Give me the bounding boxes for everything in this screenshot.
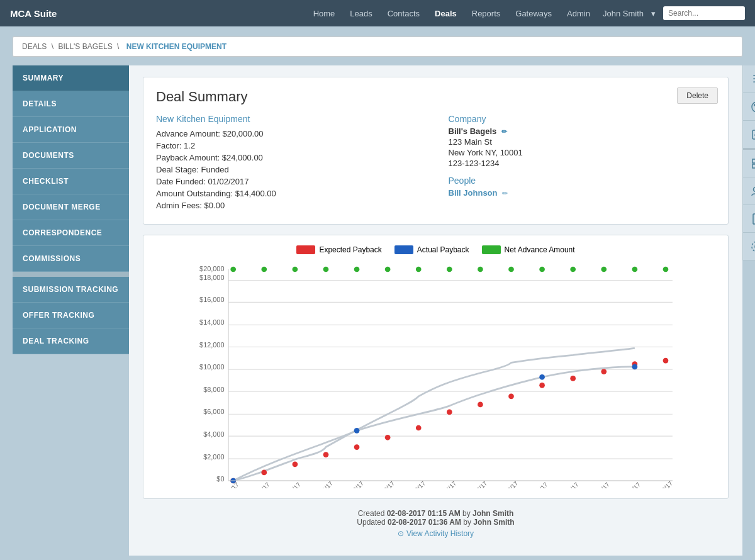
sidebar-item-commissions[interactable]: COMMISSIONS xyxy=(13,246,129,272)
chart-card: Expected Payback Actual Payback Net Adva… xyxy=(143,235,729,499)
company-edit-icon[interactable]: ✏ xyxy=(501,128,507,135)
breadcrumb-bills-bagels[interactable]: BILL'S BAGELS xyxy=(58,42,112,51)
user-dropdown-arrow[interactable]: ▾ xyxy=(651,9,656,18)
svg-point-50 xyxy=(570,267,576,272)
svg-text:1/9/17: 1/9/17 xyxy=(285,481,302,488)
right-icon-list[interactable]: ☰ xyxy=(743,65,755,93)
deal-summary-title: Deal Summary xyxy=(156,89,715,105)
sidebar-item-checklist[interactable]: CHECKLIST xyxy=(13,169,129,194)
chart-svg: $0 $2,000 $4,000 $6,000 $8,000 $10,000 $… xyxy=(156,262,715,488)
svg-point-51 xyxy=(601,267,607,272)
top-navigation: MCA Suite Home Leads Contacts Deals Repo… xyxy=(0,0,755,26)
svg-point-36 xyxy=(354,428,360,434)
breadcrumb-current: NEW KITCHEN EQUIPMENT xyxy=(126,42,226,51)
right-icon-checklist[interactable] xyxy=(743,121,755,148)
created-date: 02-08-2017 01:15 AM xyxy=(387,509,461,518)
search-input[interactable] xyxy=(663,6,745,20)
deal-stage: Deal Stage: Funded xyxy=(156,165,423,174)
admin-fees: Admin Fees: $0.00 xyxy=(156,201,423,210)
right-icon-document[interactable] xyxy=(743,205,755,233)
company-address1: 123 Main St xyxy=(449,137,716,147)
footer-info: Created 02-08-2017 01:15 AM by John Smit… xyxy=(143,509,729,544)
svg-point-25 xyxy=(385,435,391,440)
legend-net-advance: Net Advance Amount xyxy=(482,245,575,254)
svg-point-44 xyxy=(385,267,391,272)
svg-point-38 xyxy=(632,364,638,370)
person-name: Bill Johnson xyxy=(449,188,498,198)
sidebar-item-deal-tracking[interactable]: DEAL TRACKING xyxy=(13,328,129,354)
created-info: Created 02-08-2017 01:15 AM by John Smit… xyxy=(143,509,729,518)
sidebar-item-documents[interactable]: DOCUMENTS xyxy=(13,143,129,169)
date-funded: Date Funded: 01/02/2017 xyxy=(156,177,423,186)
sidebar-item-application[interactable]: APPLICATION xyxy=(13,117,129,143)
nav-deals[interactable]: Deals xyxy=(435,9,457,18)
nav-leads[interactable]: Leads xyxy=(350,9,372,18)
legend-net-advance-label: Net Advance Amount xyxy=(505,245,575,254)
svg-text:$4,000: $4,000 xyxy=(203,430,224,438)
svg-text:2/7/17: 2/7/17 xyxy=(594,481,611,488)
legend-actual-payback: Actual Payback xyxy=(394,245,469,254)
nav-gateways[interactable]: Gateways xyxy=(515,9,552,18)
company-label-link[interactable]: Company xyxy=(449,114,716,124)
svg-text:2/3/17: 2/3/17 xyxy=(563,481,580,488)
sidebar-item-details[interactable]: DETAILS xyxy=(13,91,129,117)
right-icon-tag[interactable] xyxy=(743,93,755,121)
svg-point-47 xyxy=(478,267,483,272)
summary-right-col: Company Bill's Bagels ✏ 123 Main St New … xyxy=(449,114,716,213)
sidebar-item-correspondence[interactable]: CORRESPONDENCE xyxy=(13,220,129,246)
right-icon-person-add[interactable] xyxy=(743,177,755,205)
updated-date: 02-08-2017 01:36 AM xyxy=(388,518,461,527)
svg-text:2/9/17: 2/9/17 xyxy=(625,481,642,488)
svg-point-26 xyxy=(416,425,422,431)
history-circle-icon: ⊙ xyxy=(398,529,404,538)
svg-text:1/5/17: 1/5/17 xyxy=(254,481,271,488)
svg-text:$6,000: $6,000 xyxy=(203,408,224,415)
main-wrapper: DEALS \ BILL'S BAGELS \ NEW KITCHEN EQUI… xyxy=(0,26,755,560)
sidebar-item-summary[interactable]: SUMMARY xyxy=(13,65,129,91)
delete-button[interactable]: Delete xyxy=(677,87,718,104)
sidebar-item-offer-tracking[interactable]: OFFER TRACKING xyxy=(13,303,129,328)
company-address2: New York NY, 10001 xyxy=(449,148,716,157)
view-history-link[interactable]: ⊙ View Activity History xyxy=(398,529,474,538)
nav-contacts[interactable]: Contacts xyxy=(388,9,420,18)
grid-icon xyxy=(751,157,755,170)
svg-text:$20,000: $20,000 xyxy=(199,265,224,272)
person-add-icon xyxy=(751,185,755,198)
nav-reports[interactable]: Reports xyxy=(472,9,501,18)
factor: Factor: 1.2 xyxy=(156,141,423,150)
svg-point-27 xyxy=(447,410,452,415)
svg-point-28 xyxy=(478,402,483,408)
people-label-link[interactable]: People xyxy=(449,176,716,186)
updated-by: John Smith xyxy=(473,518,514,527)
deal-name-link[interactable]: New Kitchen Equipment xyxy=(156,114,423,124)
chart-container: $0 $2,000 $4,000 $6,000 $8,000 $10,000 $… xyxy=(156,262,715,488)
svg-text:$16,000: $16,000 xyxy=(199,296,224,303)
person-edit-icon[interactable]: ✏ xyxy=(502,189,508,197)
right-icon-settings[interactable] xyxy=(743,233,755,260)
svg-text:$12,000: $12,000 xyxy=(199,341,224,349)
svg-text:$14,000: $14,000 xyxy=(199,318,224,326)
svg-point-37 xyxy=(539,374,545,380)
checklist-icon xyxy=(751,128,755,141)
sidebar-item-document-merge[interactable]: DOCUMENT MERGE xyxy=(13,194,129,220)
svg-text:$2,000: $2,000 xyxy=(203,453,224,461)
svg-rect-75 xyxy=(752,159,755,163)
breadcrumb-sep2: \ xyxy=(117,42,121,51)
advance-amount: Advance Amount: $20,000.00 xyxy=(156,129,423,138)
settings-icon xyxy=(751,240,755,253)
nav-admin[interactable]: Admin xyxy=(567,9,590,18)
content-area: Deal Summary Delete New Kitchen Equipmen… xyxy=(129,65,742,556)
created-by: John Smith xyxy=(473,509,513,518)
svg-point-29 xyxy=(508,393,514,399)
sidebar: SUMMARY DETAILS APPLICATION DOCUMENTS CH… xyxy=(13,65,129,556)
svg-point-23 xyxy=(323,452,329,457)
nav-home[interactable]: Home xyxy=(313,9,335,18)
svg-text:$8,000: $8,000 xyxy=(203,386,224,393)
svg-text:2/1/17: 2/1/17 xyxy=(532,481,549,488)
user-name: John Smith xyxy=(603,9,644,18)
document-icon xyxy=(751,213,755,225)
company-phone: 123-123-1234 xyxy=(449,159,716,168)
breadcrumb-deals[interactable]: DEALS xyxy=(22,42,47,51)
right-icon-grid[interactable] xyxy=(743,150,755,177)
sidebar-item-submission-tracking[interactable]: SUBMISSION TRACKING xyxy=(13,277,129,303)
